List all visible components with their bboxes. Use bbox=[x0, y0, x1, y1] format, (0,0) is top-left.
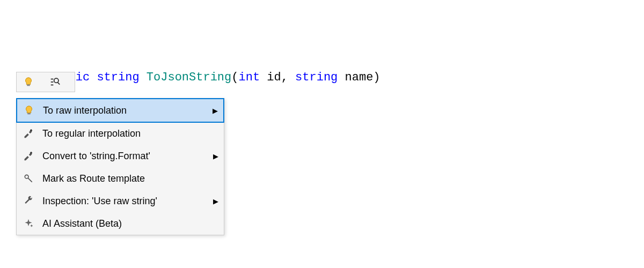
lparen: ( bbox=[231, 71, 238, 84]
code-line-1: public string ToJsonString(int id, strin… bbox=[47, 70, 380, 86]
bulb-icon bbox=[23, 104, 35, 117]
quick-action-bar[interactable] bbox=[16, 72, 75, 92]
menu-item-ai-assistant[interactable]: AI Assistant (Beta) bbox=[17, 212, 224, 235]
svg-rect-0 bbox=[27, 85, 30, 86]
svg-line-5 bbox=[58, 83, 60, 85]
keyword-string: string bbox=[97, 71, 139, 84]
keyword-string-2: string bbox=[295, 71, 338, 84]
svg-rect-6 bbox=[27, 113, 31, 115]
pin-icon bbox=[22, 172, 35, 185]
param-id: id bbox=[260, 71, 281, 84]
menu-item-mark-route-template[interactable]: Mark as Route template bbox=[17, 167, 224, 190]
menu-label: AI Assistant (Beta) bbox=[42, 218, 218, 229]
menu-label: To regular interpolation bbox=[42, 128, 218, 139]
menu-label: Mark as Route template bbox=[42, 173, 218, 184]
rparen: ) bbox=[373, 71, 380, 84]
hammer-icon bbox=[22, 150, 35, 162]
param-name: name bbox=[338, 71, 373, 84]
menu-label: Inspection: 'Use raw string' bbox=[42, 196, 209, 207]
keyword-int: int bbox=[238, 71, 260, 84]
menu-label: To raw interpolation bbox=[43, 105, 208, 116]
svg-point-9 bbox=[25, 175, 28, 178]
chevron-right-icon: ▶ bbox=[213, 107, 218, 115]
chevron-right-icon: ▶ bbox=[213, 197, 218, 205]
chevron-right-icon: ▶ bbox=[213, 152, 218, 160]
hammer-icon bbox=[22, 127, 35, 140]
menu-item-convert-string-format[interactable]: Convert to 'string.Format' ▶ bbox=[17, 145, 224, 167]
sparkle-icon bbox=[22, 217, 35, 230]
comma: , bbox=[281, 71, 295, 84]
menu-item-inspection-raw-string[interactable]: Inspection: 'Use raw string' ▶ bbox=[17, 190, 224, 212]
quick-actions-menu[interactable]: To raw interpolation ▶ To regular interp… bbox=[16, 98, 224, 235]
method-name: ToJsonString bbox=[147, 71, 231, 84]
menu-item-regular-interpolation[interactable]: To regular interpolation bbox=[17, 122, 224, 145]
bulb-icon[interactable] bbox=[22, 76, 35, 88]
menu-item-raw-interpolation[interactable]: To raw interpolation ▶ bbox=[16, 98, 224, 123]
svg-line-10 bbox=[28, 178, 32, 182]
search-icon[interactable] bbox=[49, 76, 62, 88]
menu-label: Convert to 'string.Format' bbox=[42, 151, 209, 162]
svg-point-4 bbox=[54, 78, 58, 83]
wrench-icon bbox=[22, 195, 35, 207]
